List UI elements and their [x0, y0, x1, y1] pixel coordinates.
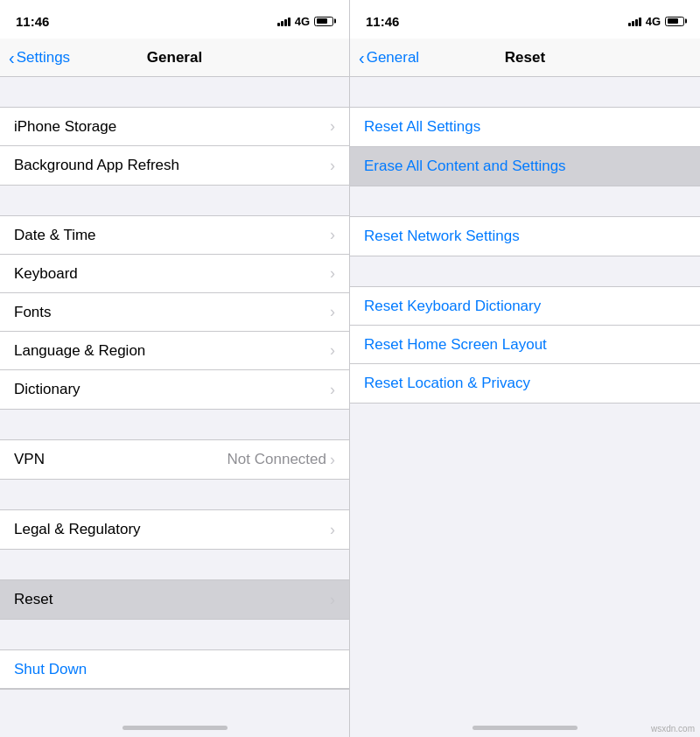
right-group-1: Reset All Settings [350, 107, 700, 147]
right-group-4: Reset Keyboard Dictionary Reset Home Scr… [350, 286, 700, 404]
keyboard-chevron: › [330, 264, 335, 283]
watermark: wsxdn.com [651, 724, 695, 733]
left-home-bar [122, 726, 228, 730]
right-back-chevron: ‹ [359, 49, 365, 67]
iphone-storage-row[interactable]: iPhone Storage › [0, 108, 349, 146]
left-panel: 11:46 4G ‹ Settings General iPhone [0, 0, 350, 737]
right-time: 11:46 [366, 14, 399, 29]
shutdown-row[interactable]: Shut Down [0, 650, 349, 689]
right-status-bar: 11:46 4G [350, 0, 700, 39]
left-back-chevron: ‹ [9, 49, 15, 67]
right-settings-content: Reset All Settings Erase All Content and… [350, 77, 700, 707]
right-network-label: 4G [646, 15, 661, 28]
left-status-bar: 11:46 4G [0, 0, 349, 39]
legal-regulatory-row[interactable]: Legal & Regulatory › [0, 510, 349, 549]
reset-all-settings-row[interactable]: Reset All Settings [350, 108, 700, 146]
reset-keyboard-label: Reset Keyboard Dictionary [364, 298, 541, 315]
language-region-right: › [330, 341, 335, 360]
right-panel: 11:46 4G ‹ General Reset Reset All [350, 0, 700, 737]
keyboard-right: › [330, 264, 335, 283]
fonts-label: Fonts [14, 304, 52, 321]
right-home-bar [472, 726, 578, 730]
reset-location-row[interactable]: Reset Location & Privacy [350, 364, 700, 403]
language-region-chevron: › [330, 341, 335, 360]
reset-homescreen-row[interactable]: Reset Home Screen Layout [350, 326, 700, 364]
right-status-icons: 4G [628, 15, 684, 28]
right-home-indicator [350, 707, 700, 737]
left-nav-bar: ‹ Settings General [0, 39, 349, 77]
legal-regulatory-label: Legal & Regulatory [14, 521, 141, 538]
left-back-label: Settings [17, 49, 70, 67]
vpn-label: VPN [14, 451, 45, 468]
erase-all-row[interactable]: Erase All Content and Settings [350, 147, 700, 186]
right-group-3: Reset Network Settings [350, 216, 700, 256]
reset-location-label: Reset Location & Privacy [364, 375, 530, 392]
reset-right: › [330, 591, 335, 609]
right-back-label: General [367, 49, 419, 67]
background-app-refresh-row[interactable]: Background App Refresh › [0, 146, 349, 185]
left-group-6: Shut Down [0, 649, 349, 690]
fonts-row[interactable]: Fonts › [0, 293, 349, 332]
dictionary-label: Dictionary [14, 381, 80, 398]
date-time-chevron: › [330, 226, 335, 244]
legal-regulatory-chevron: › [330, 521, 335, 539]
vpn-row[interactable]: VPN Not Connected › [0, 440, 349, 479]
date-time-label: Date & Time [14, 227, 96, 244]
dictionary-right: › [330, 381, 335, 399]
background-app-refresh-right: › [330, 157, 335, 175]
right-signal-icon [628, 16, 641, 26]
network-label: 4G [295, 15, 310, 28]
right-back-button[interactable]: ‹ General [359, 49, 419, 67]
language-region-label: Language & Region [14, 342, 145, 360]
vpn-value: Not Connected [228, 451, 326, 468]
left-back-button[interactable]: ‹ Settings [9, 49, 70, 67]
date-time-right: › [330, 226, 335, 244]
left-home-indicator [0, 707, 349, 737]
left-settings-content: iPhone Storage › Background App Refresh … [0, 77, 349, 707]
reset-all-settings-label: Reset All Settings [364, 118, 480, 136]
keyboard-label: Keyboard [14, 265, 78, 283]
reset-label: Reset [14, 591, 52, 608]
date-time-row[interactable]: Date & Time › [0, 216, 349, 255]
reset-network-row[interactable]: Reset Network Settings [350, 217, 700, 256]
language-region-row[interactable]: Language & Region › [0, 332, 349, 370]
iphone-storage-right: › [330, 117, 335, 136]
reset-row[interactable]: Reset › [0, 580, 349, 619]
right-battery-icon [665, 17, 684, 26]
vpn-right: Not Connected › [228, 451, 335, 469]
fonts-right: › [330, 303, 335, 321]
left-group-5: Reset › [0, 579, 349, 620]
iphone-storage-chevron: › [330, 117, 335, 136]
legal-regulatory-right: › [330, 521, 335, 539]
left-status-icons: 4G [277, 15, 333, 28]
left-group-3: VPN Not Connected › [0, 439, 349, 480]
dictionary-chevron: › [330, 381, 335, 399]
battery-icon [314, 17, 333, 26]
fonts-chevron: › [330, 303, 335, 321]
left-time: 11:46 [16, 14, 49, 29]
left-nav-title: General [147, 49, 202, 67]
dictionary-row[interactable]: Dictionary › [0, 370, 349, 409]
reset-keyboard-row[interactable]: Reset Keyboard Dictionary [350, 287, 700, 326]
right-nav-bar: ‹ General Reset [350, 39, 700, 77]
right-group-2: Erase All Content and Settings [350, 147, 700, 186]
background-app-refresh-chevron: › [330, 157, 335, 175]
signal-icon [277, 16, 290, 26]
left-group-1: iPhone Storage › Background App Refresh … [0, 107, 349, 186]
right-nav-title: Reset [505, 49, 545, 67]
reset-homescreen-label: Reset Home Screen Layout [364, 336, 547, 354]
left-group-2: Date & Time › Keyboard › Fonts › Languag… [0, 215, 349, 410]
vpn-chevron: › [330, 451, 335, 469]
keyboard-row[interactable]: Keyboard › [0, 255, 349, 293]
background-app-refresh-label: Background App Refresh [14, 157, 179, 174]
reset-chevron: › [330, 591, 335, 609]
shutdown-label: Shut Down [14, 661, 87, 678]
iphone-storage-label: iPhone Storage [14, 118, 116, 136]
erase-all-label: Erase All Content and Settings [364, 158, 566, 175]
reset-network-label: Reset Network Settings [364, 228, 520, 245]
left-group-4: Legal & Regulatory › [0, 509, 349, 550]
